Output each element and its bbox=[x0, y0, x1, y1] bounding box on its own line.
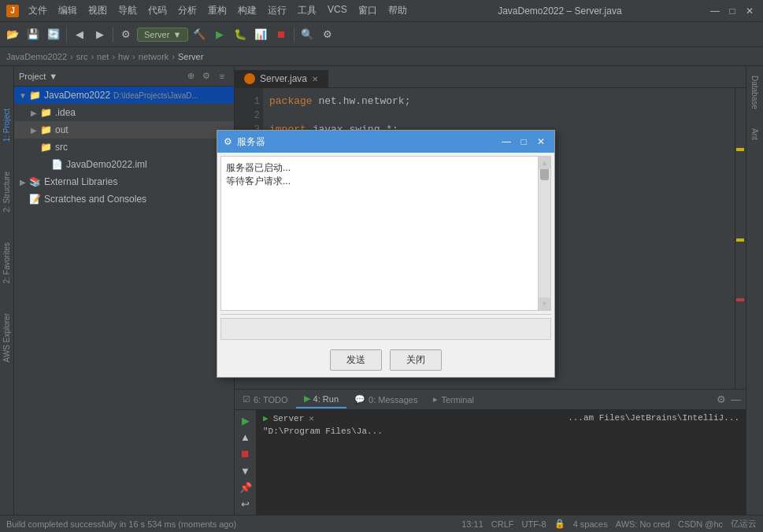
menu-refactor[interactable]: 重构 bbox=[203, 2, 231, 19]
dialog-close-btn[interactable]: ✕ bbox=[534, 135, 548, 149]
bottom-close-btn[interactable]: — bbox=[731, 393, 741, 405]
breadcrumb-item-network[interactable]: network bbox=[139, 52, 169, 61]
send-button[interactable]: 发送 bbox=[330, 349, 382, 371]
build-button[interactable]: 🔨 bbox=[190, 25, 209, 44]
run-server-label: Server bbox=[273, 414, 305, 423]
tree-item-iml[interactable]: ▶ 📄 JavaDemo2022.iml bbox=[14, 156, 234, 173]
project-panel-label[interactable]: 1: Project bbox=[1, 105, 13, 145]
run-side-toolbar: ▶ ▲ ⏹ ▼ 📌 ↩ bbox=[235, 410, 257, 515]
run-wrap-btn[interactable]: ↩ bbox=[237, 497, 254, 512]
project-sidebar: Project ▼ ⊕ ⚙ ≡ ▼ 📁 JavaDemo2022 D:\Idea… bbox=[14, 66, 235, 515]
favorites-panel-label[interactable]: 2: Favorites bbox=[1, 239, 13, 286]
breadcrumb-item-server[interactable]: Server bbox=[178, 52, 203, 61]
aws-panel-label[interactable]: AWS Explorer bbox=[1, 310, 13, 365]
menu-run[interactable]: 运行 bbox=[263, 2, 291, 19]
bottom-settings-btn[interactable]: ⚙ bbox=[717, 393, 726, 405]
search-button[interactable]: 🔍 bbox=[298, 25, 317, 44]
right-side-panels: Database Ant bbox=[746, 66, 763, 515]
line-num-2: 2 bbox=[238, 109, 260, 123]
tree-item-src[interactable]: ▶ 📁 src bbox=[14, 139, 234, 156]
menu-tools[interactable]: 工具 bbox=[293, 2, 321, 19]
expand-arrow-src: ▶ bbox=[28, 143, 39, 152]
tree-item-ext-libs[interactable]: ▶ 📚 External Libraries bbox=[14, 173, 234, 190]
maximize-button[interactable]: □ bbox=[725, 4, 739, 18]
no-arrow-iml: ▶ bbox=[39, 161, 50, 169]
menu-file[interactable]: 文件 bbox=[24, 2, 52, 19]
breadcrumb-item-net[interactable]: net bbox=[97, 52, 109, 61]
menu-help[interactable]: 帮助 bbox=[383, 2, 412, 19]
dialog-minimize-btn[interactable]: — bbox=[499, 135, 513, 149]
coverage-button[interactable]: 📊 bbox=[251, 25, 270, 44]
tab-messages[interactable]: 💬 0: Messages bbox=[346, 390, 425, 408]
watermark2: 亿运云 bbox=[731, 518, 757, 530]
minimize-button[interactable]: — bbox=[708, 4, 722, 18]
tab-close-btn[interactable]: ✕ bbox=[312, 75, 318, 83]
sidebar-settings-btn[interactable]: ⚙ bbox=[199, 69, 213, 83]
run-button[interactable]: ▶ bbox=[210, 25, 229, 44]
debug-button[interactable]: 🐛 bbox=[231, 25, 250, 44]
app-icon: J bbox=[6, 5, 19, 17]
sync-button[interactable]: 🔄 bbox=[44, 25, 63, 44]
run-config-dropdown[interactable]: Server ▼ bbox=[137, 28, 188, 42]
dialog-input-field[interactable] bbox=[220, 318, 551, 340]
tree-item-javademo[interactable]: ▼ 📁 JavaDemo2022 D:\IdeaProjects\JavaD..… bbox=[14, 87, 234, 104]
back-button[interactable]: ◀ bbox=[70, 25, 89, 44]
tree-item-idea[interactable]: ▶ 📁 .idea bbox=[14, 104, 234, 121]
server-dialog[interactable]: ⚙ 服务器 — □ ✕ 服务器已启动... 等待客户请求... ▲ ▼ bbox=[217, 130, 555, 378]
stop-button[interactable]: ⏹ bbox=[272, 25, 291, 44]
dialog-scrollbar[interactable]: ▲ ▼ bbox=[538, 157, 550, 310]
run-stop-btn[interactable]: ⏹ bbox=[237, 446, 254, 461]
close-dialog-button[interactable]: 关闭 bbox=[390, 349, 442, 371]
structure-panel-label[interactable]: 2: Structure bbox=[1, 168, 13, 216]
run-close-tab-btn[interactable]: ✕ bbox=[309, 413, 314, 423]
project-tree: ▼ 📁 JavaDemo2022 D:\IdeaProjects\JavaD..… bbox=[14, 87, 234, 515]
database-panel-label[interactable]: Database bbox=[749, 72, 761, 113]
dialog-maximize-btn[interactable]: □ bbox=[517, 135, 531, 149]
ant-panel-label[interactable]: Ant bbox=[749, 125, 761, 143]
sidebar-dropdown-arrow[interactable]: ▼ bbox=[49, 72, 57, 81]
indent-setting[interactable]: 4 spaces bbox=[573, 519, 608, 529]
menu-analyze[interactable]: 分析 bbox=[173, 2, 202, 19]
tab-todo[interactable]: ☑ 6: TODO bbox=[235, 390, 296, 408]
menu-view[interactable]: 视图 bbox=[83, 2, 112, 19]
tree-item-out-label: out bbox=[55, 124, 69, 135]
menu-navigate[interactable]: 导航 bbox=[113, 2, 142, 19]
run-scroll-down-btn[interactable]: ▼ bbox=[237, 464, 254, 478]
code-line-1: package net.hw.network; bbox=[269, 94, 739, 109]
encoding[interactable]: UTF-8 bbox=[522, 519, 546, 529]
tree-item-scratches[interactable]: ▶ 📝 Scratches and Consoles bbox=[14, 190, 234, 208]
open-button[interactable]: 📂 bbox=[3, 25, 22, 44]
tree-item-out[interactable]: ▶ 📁 out bbox=[14, 121, 234, 139]
expand-arrow-scratches: ▶ bbox=[17, 195, 28, 204]
menu-edit[interactable]: 编辑 bbox=[54, 2, 82, 19]
run-config-icon: ⚙ bbox=[117, 25, 135, 44]
run-pin-btn[interactable]: 📌 bbox=[237, 480, 254, 495]
breadcrumb-item-hw[interactable]: hw bbox=[118, 52, 129, 61]
tree-item-scratches-label: Scratches and Consoles bbox=[44, 194, 146, 205]
settings-button[interactable]: ⚙ bbox=[318, 25, 337, 44]
breadcrumb-item-project[interactable]: JavaDemo2022 bbox=[6, 52, 67, 61]
save-button[interactable]: 💾 bbox=[24, 25, 43, 44]
run-restart-btn[interactable]: ▶ bbox=[237, 413, 254, 428]
editor-tab-server[interactable]: Server.java ✕ bbox=[235, 70, 328, 87]
tree-item-src-label: src bbox=[55, 142, 68, 153]
run-scroll-up-btn[interactable]: ▲ bbox=[237, 430, 254, 445]
scroll-down-btn[interactable]: ▼ bbox=[539, 297, 550, 310]
breadcrumb-item-src[interactable]: src bbox=[76, 52, 88, 61]
menu-vcs[interactable]: VCS bbox=[323, 2, 352, 19]
menu-window[interactable]: 窗口 bbox=[354, 2, 382, 19]
menu-code[interactable]: 代码 bbox=[143, 2, 172, 19]
tab-label-server: Server.java bbox=[260, 73, 307, 84]
tab-terminal[interactable]: ▸ Terminal bbox=[425, 390, 482, 408]
dialog-window-controls: — □ ✕ bbox=[499, 135, 548, 149]
sidebar-gear-btn[interactable]: ≡ bbox=[215, 69, 229, 83]
title-bar-left: J 文件 编辑 视图 导航 代码 分析 重构 构建 运行 工具 VCS 窗口 帮… bbox=[6, 2, 412, 19]
scroll-up-btn[interactable]: ▲ bbox=[539, 157, 550, 169]
forward-button[interactable]: ▶ bbox=[91, 25, 109, 44]
breadcrumb-sep1: › bbox=[70, 52, 73, 61]
sidebar-add-btn[interactable]: ⊕ bbox=[183, 69, 198, 83]
close-button[interactable]: ✕ bbox=[743, 4, 757, 18]
tab-run[interactable]: ▶ 4: Run bbox=[296, 390, 346, 408]
menu-build[interactable]: 构建 bbox=[233, 2, 261, 19]
line-ending[interactable]: CRLF bbox=[491, 519, 514, 529]
